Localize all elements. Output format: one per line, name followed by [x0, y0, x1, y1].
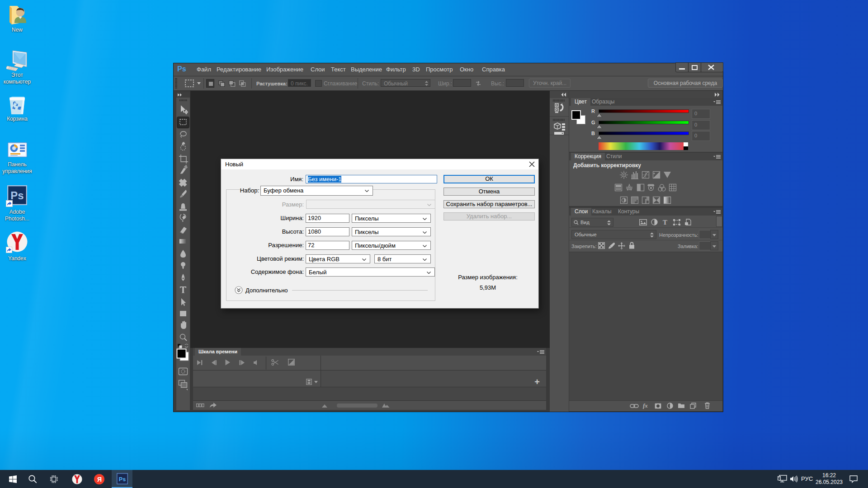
- svg-text:Ps: Ps: [118, 476, 125, 482]
- svg-text:Я: Я: [97, 475, 101, 483]
- svg-text:Ps: Ps: [10, 189, 24, 202]
